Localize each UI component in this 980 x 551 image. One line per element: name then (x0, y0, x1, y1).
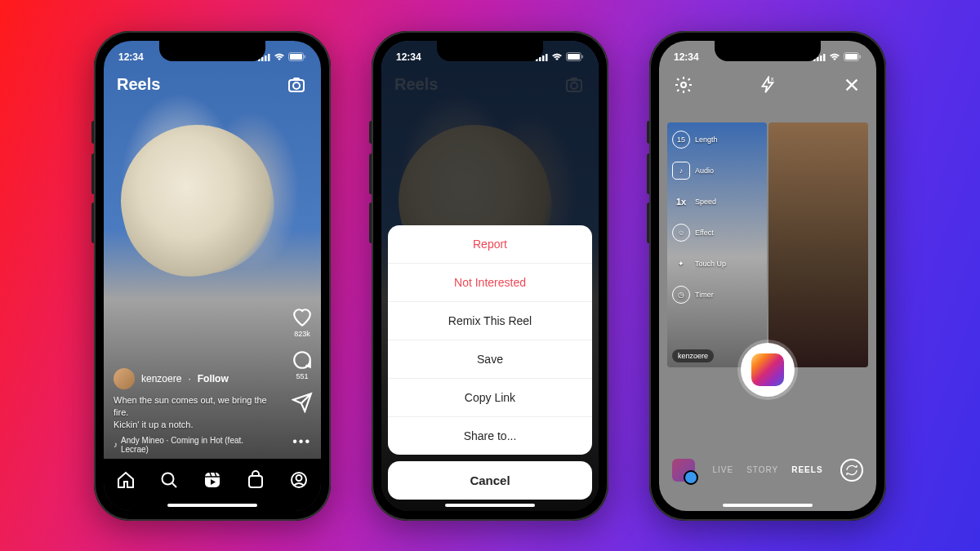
switch-camera-button[interactable] (840, 459, 863, 482)
nav-search-icon[interactable] (159, 470, 179, 490)
effect-icon: ☺ (672, 224, 690, 242)
like-button[interactable]: 823k (292, 307, 313, 338)
share-button[interactable] (292, 392, 313, 413)
svg-rect-16 (542, 56, 545, 61)
caption[interactable]: When the sun comes out, we bring the fir… (114, 394, 272, 431)
tool-touchup-label: Touch Up (695, 260, 726, 268)
follow-button[interactable]: Follow (198, 373, 229, 384)
tool-effect[interactable]: ☺Effect (672, 224, 726, 242)
svg-rect-3 (268, 54, 270, 61)
shutter-button[interactable] (741, 343, 795, 397)
settings-gear-icon[interactable] (672, 73, 695, 96)
svg-point-9 (162, 473, 173, 484)
tool-touchup[interactable]: ✦Touch Up (672, 255, 726, 273)
tool-timer[interactable]: ◷Timer (672, 286, 726, 304)
camera-bottom-bar: LIVE STORY REELS (659, 454, 876, 487)
more-options-button[interactable]: ••• (292, 434, 311, 449)
home-indicator[interactable] (167, 504, 257, 507)
audio-attribution[interactable]: ♪ Andy Mineo · Coming in Hot (feat. Lecr… (114, 436, 272, 454)
tool-length[interactable]: 15Length (672, 131, 726, 149)
nav-profile-icon[interactable] (289, 470, 309, 490)
page-title: Reels (117, 75, 160, 94)
action-save[interactable]: Save (388, 340, 592, 379)
audio-icon: ♪ (672, 162, 690, 180)
action-sheet: Report Not Interested Remix This Reel Sa… (388, 225, 592, 500)
status-time: 12:34 (674, 51, 699, 63)
notch (715, 41, 821, 61)
length-icon: 15 (672, 131, 690, 149)
action-copy-link[interactable]: Copy Link (388, 379, 592, 417)
svg-point-8 (293, 82, 300, 89)
svg-rect-19 (568, 54, 580, 60)
caption-line2: Kickin' it up a notch. (114, 420, 194, 429)
capture-mode-tabs: LIVE STORY REELS (712, 465, 822, 474)
action-sheet-group: Report Not Interested Remix This Reel Sa… (388, 225, 592, 455)
reels-shutter-icon (751, 353, 784, 386)
nav-reels-icon[interactable] (203, 470, 222, 490)
svg-rect-17 (546, 54, 548, 61)
status-time: 12:34 (396, 51, 421, 63)
battery-icon (566, 52, 584, 61)
audio-label: Andy Mineo · Coming in Hot (feat. Lecrae… (121, 436, 272, 454)
action-report[interactable]: Report (388, 225, 592, 264)
reel-metadata: kenzoere · Follow When the sun comes out… (114, 368, 272, 454)
engagement-rail: 823k 551 (292, 307, 313, 413)
close-icon[interactable] (840, 73, 863, 96)
action-not-interested[interactable]: Not Interested (388, 264, 592, 302)
shutter-row (659, 343, 876, 397)
caption-line1: When the sun comes out, we bring the fir… (114, 395, 267, 417)
tool-length-label: Length (695, 136, 718, 144)
status-right (536, 52, 584, 61)
separator: · (188, 373, 190, 384)
action-remix[interactable]: Remix This Reel (388, 302, 592, 340)
tool-speed[interactable]: 1xSpeed (672, 193, 726, 211)
camera-tools: 15Length ♪Audio 1xSpeed ☺Effect ✦Touch U… (672, 131, 726, 304)
svg-rect-1 (261, 57, 264, 61)
tool-timer-label: Timer (695, 291, 714, 299)
svg-rect-5 (290, 54, 302, 60)
home-indicator[interactable] (723, 504, 813, 507)
nav-home-icon[interactable] (116, 470, 136, 490)
comment-count: 551 (296, 372, 308, 380)
avatar[interactable] (114, 368, 135, 389)
remix-original-clip[interactable]: 15Length ♪Audio 1xSpeed ☺Effect ✦Touch U… (667, 122, 767, 367)
mode-story[interactable]: STORY (746, 465, 778, 474)
flash-icon[interactable]: x (756, 73, 779, 96)
action-share-to[interactable]: Share to... (388, 417, 592, 455)
status-time: 12:34 (118, 51, 144, 63)
touchup-icon: ✦ (672, 255, 690, 273)
username[interactable]: kenzoere (141, 373, 181, 384)
mode-live[interactable]: LIVE (712, 465, 733, 474)
status-right (258, 52, 306, 61)
music-note-icon: ♪ (114, 440, 118, 449)
remix-live-camera[interactable] (768, 122, 868, 367)
mode-reels[interactable]: REELS (791, 465, 822, 474)
nav-shop-icon[interactable] (246, 470, 265, 490)
phone-action-sheet: 12:34 Reels Report Not Interested Remix … (372, 31, 608, 521)
camera-icon[interactable] (285, 73, 308, 96)
photo-content (107, 111, 287, 290)
battery-icon (288, 52, 306, 61)
gallery-picker[interactable] (672, 459, 695, 482)
tool-audio[interactable]: ♪Audio (672, 162, 726, 180)
wifi-icon (274, 53, 285, 61)
remix-split-view: 15Length ♪Audio 1xSpeed ☺Effect ✦Touch U… (667, 122, 868, 367)
reels-header: Reels (104, 73, 321, 96)
wifi-icon (551, 53, 563, 61)
home-indicator[interactable] (445, 504, 535, 507)
notch (437, 41, 543, 61)
svg-rect-28 (845, 54, 858, 60)
action-cancel[interactable]: Cancel (388, 461, 592, 500)
author-row[interactable]: kenzoere · Follow (114, 368, 272, 389)
svg-rect-2 (265, 56, 267, 61)
camera-header: x (659, 73, 876, 96)
svg-rect-26 (823, 54, 826, 61)
phone-reels-camera: 12:34 x 15Length ♪Audio (649, 31, 886, 521)
svg-rect-15 (539, 57, 541, 61)
tool-speed-label: Speed (695, 198, 716, 206)
battery-icon (844, 52, 862, 61)
comment-button[interactable]: 551 (292, 349, 313, 380)
svg-text:x: x (771, 76, 774, 82)
screen: 12:34 x 15Length ♪Audio (659, 41, 876, 511)
like-count: 823k (294, 330, 310, 338)
